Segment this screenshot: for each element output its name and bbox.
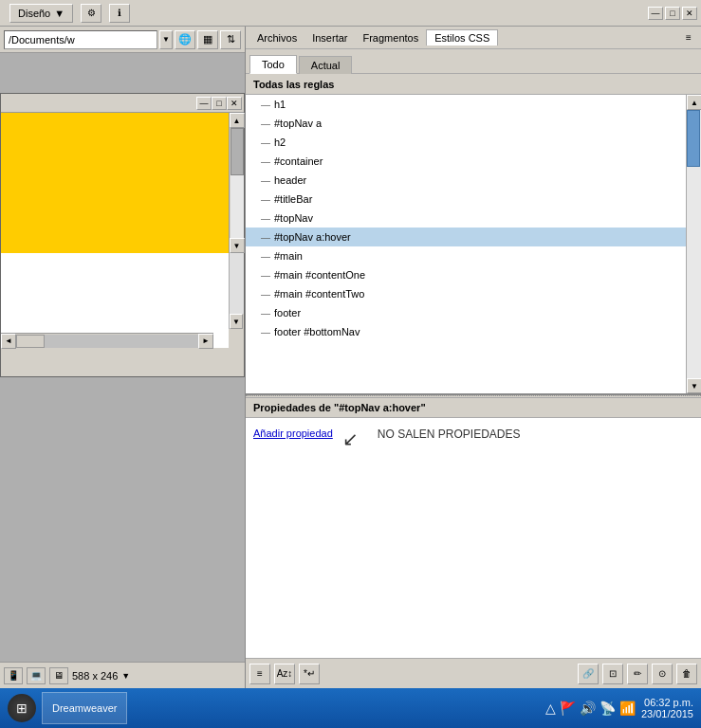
menu-insertar[interactable]: Insertar <box>304 30 355 46</box>
menu-archivos[interactable]: Archivos <box>249 30 304 46</box>
start-button[interactable]: ⊞ <box>8 694 36 722</box>
panel-options-button[interactable]: ≡ <box>680 29 697 46</box>
path-dropdown-button[interactable]: ▼ <box>159 30 173 49</box>
hscroll-right-arrow[interactable]: ► <box>198 334 213 349</box>
hscroll-thumb[interactable] <box>16 335 45 348</box>
rule-main-content-two[interactable]: #main #contentTwo <box>246 284 701 303</box>
rules-vscrollbar[interactable]: ▲ ▼ <box>686 95 701 393</box>
properties-panel: Propiedades de "#topNav a:hover" Añadir … <box>246 397 701 658</box>
mobile-device-icon[interactable]: 📱 <box>4 667 23 684</box>
props-content: Añadir propiedad ↙ NO SALEN PROPIEDADES <box>246 418 701 458</box>
preview-window: — □ ✕ ▲ ▼ ◄ <box>0 93 245 377</box>
path-field[interactable]: /Documents/w <box>4 30 157 49</box>
rules-scroll-thumb[interactable] <box>687 110 700 167</box>
size-dropdown-button[interactable]: ▼ <box>121 671 130 681</box>
add-rule-button[interactable]: *↵ <box>299 664 320 684</box>
disable-button[interactable]: ⊙ <box>652 664 673 684</box>
rule-topnav[interactable]: #topNav <box>246 209 701 228</box>
clock-date: 23/01/2015 <box>641 708 693 719</box>
path-bar: /Documents/w ▼ 🌐 ▦ ⇅ <box>0 27 245 53</box>
disable-icon: ⊙ <box>658 668 666 679</box>
diseño-label: Diseño <box>18 8 50 19</box>
maximize-button[interactable]: □ <box>665 7 680 20</box>
rule-titlebar[interactable]: #titleBar <box>246 190 701 209</box>
delete-icon: 🗑 <box>682 668 692 679</box>
network-icon[interactable]: 📡 <box>600 701 616 716</box>
diseño-dropdown-arrow: ▼ <box>54 8 65 19</box>
delete-button[interactable]: 🗑 <box>676 664 697 684</box>
rule-topnav-a[interactable]: #topNav a <box>246 114 701 133</box>
close-button[interactable]: ✕ <box>682 7 697 20</box>
rule-topnav-a-hover[interactable]: #topNav a:hover <box>246 228 701 246</box>
grid-button[interactable]: ▦ <box>197 30 218 49</box>
arrows-button[interactable]: ⇅ <box>220 30 241 49</box>
arrow-annotation: ↙ <box>342 428 359 450</box>
left-panel: /Documents/w ▼ 🌐 ▦ ⇅ — □ ✕ ▲ <box>0 27 245 688</box>
tablet-device-icon[interactable]: 💻 <box>27 667 46 684</box>
taskbar-app-label: Dreamweaver <box>52 702 117 714</box>
css-tabs-row: Todo Actual <box>246 49 701 74</box>
preview-minimize[interactable]: — <box>196 97 212 110</box>
edit-button[interactable]: ✏ <box>627 664 648 684</box>
size-display: 588 x 246 <box>72 670 118 682</box>
settings-button[interactable]: ⚙ <box>81 4 101 23</box>
rule-h1[interactable]: h1 <box>246 95 701 114</box>
arrows-icon: ⇅ <box>227 33 235 46</box>
preview-vscrollbar[interactable]: ▲ ▼ <box>229 113 244 253</box>
rules-scroll-down[interactable]: ▼ <box>687 378 701 393</box>
menu-fragmentos[interactable]: Fragmentos <box>355 30 426 46</box>
rules-panel: Todas las reglas h1 #topNav a h2 #contai… <box>246 74 701 395</box>
css-bottom-toolbar: ≡ Az↕ *↵ 🔗 ⊡ ✏ ⊙ 🗑 <box>246 658 701 688</box>
preview-close[interactable]: ✕ <box>227 97 242 110</box>
scroll-thumb-v[interactable] <box>231 128 244 175</box>
scroll-down-arrow[interactable]: ▼ <box>230 238 245 253</box>
sort-az-icon: Az↕ <box>277 668 293 679</box>
rule-header[interactable]: header <box>246 171 701 190</box>
rule-main[interactable]: #main <box>246 246 701 265</box>
taskbar: ⊞ Dreamweaver △ 🚩 🔊 📡 📶 06:32 p.m. 23/01… <box>0 688 701 728</box>
attach-icon: ⊡ <box>609 668 617 679</box>
rule-container[interactable]: #container <box>246 152 701 171</box>
minimize-button[interactable]: — <box>648 7 663 20</box>
tab-todo[interactable]: Todo <box>249 55 297 74</box>
hamburger-icon: ≡ <box>686 32 692 43</box>
list-icon: ≡ <box>257 668 263 679</box>
info-button[interactable]: ℹ <box>109 4 130 23</box>
sort-az-button[interactable]: Az↕ <box>274 664 295 684</box>
vscroll-lower[interactable]: ▼ <box>229 253 244 329</box>
add-property-link[interactable]: Añadir propiedad <box>253 428 333 439</box>
menu-estilos-css[interactable]: Estilos CSS <box>426 29 498 46</box>
notification-icon[interactable]: △ <box>545 701 556 716</box>
info-icon: ℹ <box>118 8 121 18</box>
rule-footer[interactable]: footer <box>246 303 701 322</box>
globe-button[interactable]: 🌐 <box>175 30 195 49</box>
attach-button[interactable]: ⊡ <box>602 664 623 684</box>
add-property-row: Añadir propiedad ↙ NO SALEN PROPIEDADES <box>253 428 693 450</box>
diseño-button[interactable]: Diseño ▼ <box>9 4 73 23</box>
taskbar-clock[interactable]: 06:32 p.m. 23/01/2015 <box>641 697 693 719</box>
volume-icon[interactable]: 🔊 <box>580 701 596 716</box>
rule-h2[interactable]: h2 <box>246 133 701 152</box>
signal-icon[interactable]: 📶 <box>619 701 636 716</box>
desktop-device-icon[interactable]: 🖥 <box>49 667 68 684</box>
taskbar-app-button[interactable]: Dreamweaver <box>42 692 127 724</box>
grid-icon: ▦ <box>203 33 212 46</box>
h-scrollbar[interactable]: ◄ ► <box>1 333 213 348</box>
link-button[interactable]: 🔗 <box>578 664 599 684</box>
rules-list: h1 #topNav a h2 #container header #title… <box>246 95 701 393</box>
flag-icon[interactable]: 🚩 <box>560 701 576 716</box>
list-view-button[interactable]: ≡ <box>249 664 270 684</box>
preview-maximize[interactable]: □ <box>212 97 227 110</box>
hscroll-left-arrow[interactable]: ◄ <box>1 334 16 349</box>
scroll-up-arrow[interactable]: ▲ <box>230 113 245 128</box>
rules-scroll-up[interactable]: ▲ <box>687 95 701 110</box>
rule-main-content-one[interactable]: #main #contentOne <box>246 265 701 284</box>
clock-time: 06:32 p.m. <box>641 697 693 708</box>
preview-content <box>1 113 229 253</box>
right-panel: Archivos Insertar Fragmentos Estilos CSS… <box>245 27 701 688</box>
vscroll-lower-arrow[interactable]: ▼ <box>230 314 243 329</box>
link-icon: 🔗 <box>582 668 594 679</box>
maximize-icon: □ <box>670 9 674 18</box>
tab-actual[interactable]: Actual <box>299 56 353 74</box>
rule-footer-bottomnav[interactable]: footer #bottomNav <box>246 322 701 341</box>
